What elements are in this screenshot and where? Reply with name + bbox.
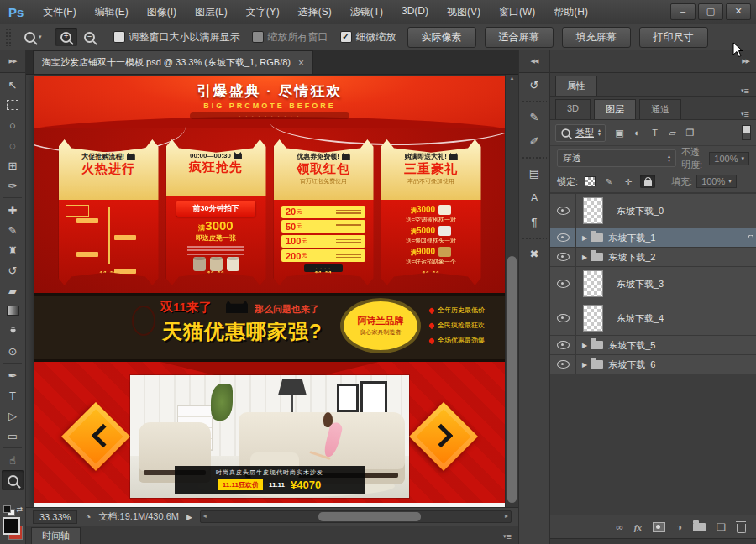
history-brush-tool[interactable]: ↺	[2, 260, 24, 280]
type-tool[interactable]: T	[2, 385, 24, 405]
option-checkbox-2[interactable]: ✓细微缩放	[340, 30, 396, 44]
opacity-field[interactable]: 100% ▾	[709, 152, 749, 165]
visibility-cell[interactable]	[550, 228, 576, 247]
coupon-strip[interactable]: 50元	[281, 220, 365, 233]
minimize-button[interactable]: –	[670, 3, 696, 20]
expand-arrow-icon[interactable]: ▶	[582, 234, 587, 242]
options-button-3[interactable]: 打印尺寸	[639, 27, 708, 48]
dock-collapse-icon[interactable]: ◀◀	[519, 50, 549, 73]
pen-tool[interactable]: ✒	[2, 365, 24, 385]
character-panel-icon[interactable]: A	[522, 186, 547, 209]
coupon-strip[interactable]: 200元	[281, 249, 365, 262]
tools-dock-collapse[interactable]: ▶▶	[0, 50, 25, 73]
coupon-card-3[interactable]: 购满即送大礼!三重豪礼本品不可叠加使用满3000送=空调被抱枕一对满5000送=…	[381, 139, 481, 285]
coupon-card-2[interactable]: 优惠券免费领!领取红包百万红包免费使用20元50元100元200元· · · ·…	[274, 139, 374, 285]
path-select-tool[interactable]: ▷	[2, 405, 24, 426]
eye-icon[interactable]	[557, 233, 570, 242]
layer-mask-icon[interactable]	[653, 522, 665, 532]
layer-style-icon[interactable]: fx	[634, 522, 642, 532]
timeline-tab[interactable]: 时间轴	[31, 527, 81, 544]
menu-item-8[interactable]: 视图(V)	[438, 5, 490, 19]
visibility-cell[interactable]	[550, 355, 576, 374]
option-checkbox-1[interactable]: 缩放所有窗口	[252, 30, 328, 44]
options-button-2[interactable]: 填充屏幕	[562, 27, 631, 48]
option-checkbox-0[interactable]: 调整窗口大小以满屏显示	[113, 30, 240, 44]
scroll-right-icon[interactable]: ▸	[505, 512, 508, 520]
panel-collapse-icon[interactable]: ▶▶	[550, 50, 756, 73]
history-panel-icon[interactable]: ↺	[522, 74, 547, 97]
vertical-scrollbar[interactable]: ▴	[505, 75, 518, 507]
lasso-tool[interactable]: ○	[2, 115, 24, 135]
menu-item-5[interactable]: 选择(S)	[289, 5, 341, 19]
blur-tool[interactable]: ♠	[2, 321, 24, 341]
lock-all-icon[interactable]	[640, 175, 655, 188]
options-button-0[interactable]: 实际像素	[407, 27, 476, 48]
link-layers-icon[interactable]: ∞	[616, 521, 623, 533]
pasteboard[interactable]: 引爆盛典 · 尽情狂欢 BIG PRCMOTE BEFORE · · · · ·…	[26, 75, 505, 507]
tab-图层[interactable]: 图层	[594, 99, 636, 119]
coupon-card-0[interactable]: 大促抢购流程!火热进行11.11	[59, 139, 159, 285]
flash-sale-button[interactable]: 前30分钟拍下	[176, 201, 255, 217]
fill-field[interactable]: 100% ▾	[696, 175, 737, 188]
eye-icon[interactable]	[557, 253, 570, 261]
brush-panel-icon[interactable]: ✎	[522, 106, 547, 128]
filter-type-icon[interactable]: T	[647, 125, 663, 140]
options-button-1[interactable]: 适合屏幕	[485, 27, 554, 48]
zoom-tool[interactable]	[2, 470, 24, 490]
filter-toggle-icon[interactable]	[742, 125, 751, 140]
eye-icon[interactable]	[557, 314, 570, 322]
status-popup-arrow-icon[interactable]: ▶	[186, 513, 192, 521]
lock-pixels-icon[interactable]: ✎	[601, 175, 617, 188]
new-layer-icon[interactable]: ❏	[717, 521, 726, 533]
quick-select-tool[interactable]: ◌	[2, 135, 24, 155]
lock-transparency-icon[interactable]	[582, 175, 597, 188]
expand-arrow-icon[interactable]: ▶	[582, 361, 587, 369]
foreground-color-swatch[interactable]	[3, 517, 20, 535]
coupon-card-1[interactable]: 00:00—00:30疯狂抢先前30分钟拍下满3000即送皮凳一张11.11	[166, 139, 266, 285]
expand-arrow-icon[interactable]: ▶	[582, 342, 587, 349]
menu-item-0[interactable]: 文件(F)	[34, 5, 85, 19]
zoom-tool-badge[interactable]: ▾	[18, 29, 48, 45]
layer-thumbnail[interactable]	[583, 305, 603, 332]
filter-smart-object-icon[interactable]: ❐	[682, 125, 698, 140]
adjustment-layer-icon[interactable]: ◑	[676, 521, 682, 533]
clone-source-panel-icon[interactable]: ▤	[522, 162, 547, 185]
vertical-scrollbar-thumb[interactable]	[507, 256, 517, 503]
zoom-level-field[interactable]: 33.33%	[33, 510, 77, 524]
menu-item-9[interactable]: 窗口(W)	[490, 5, 544, 19]
canvas-artwork[interactable]: 引爆盛典 · 尽情狂欢 BIG PRCMOTE BEFORE · · · · ·…	[34, 76, 505, 507]
visibility-cell[interactable]	[550, 267, 576, 301]
filter-adjustment-icon[interactable]: ◐	[629, 125, 645, 140]
brush-presets-panel-icon[interactable]: ✐	[522, 130, 547, 153]
lock-position-icon[interactable]: ✛	[621, 175, 636, 188]
menu-item-4[interactable]: 文字(Y)	[237, 5, 289, 19]
layer-row[interactable]: ▶东坡下载_5	[550, 336, 756, 355]
gradient-tool[interactable]	[2, 301, 24, 321]
paragraph-panel-icon[interactable]: ¶	[522, 211, 547, 233]
marquee-tool[interactable]	[2, 95, 24, 115]
tool-presets-panel-icon[interactable]: ✖	[522, 243, 547, 265]
tab-close-icon[interactable]: ×	[298, 57, 304, 69]
maximize-button[interactable]: ▢	[698, 3, 723, 20]
tab-properties[interactable]: 属性	[555, 76, 597, 96]
move-tool[interactable]: ↖	[2, 75, 24, 95]
close-button[interactable]: ✕	[726, 3, 751, 20]
eye-icon[interactable]	[557, 207, 570, 215]
menu-item-6[interactable]: 滤镜(T)	[341, 5, 392, 19]
filter-kind-combo[interactable]: 类型 ▴▾	[555, 124, 606, 142]
horizontal-scrollbar[interactable]: ◂ ▸	[200, 510, 512, 523]
layer-thumbnail[interactable]	[583, 197, 603, 224]
horizontal-scrollbar-thumb[interactable]	[318, 512, 421, 521]
layer-row[interactable]: 东坡下载_4	[550, 301, 756, 336]
menu-item-7[interactable]: 3D(D)	[392, 5, 438, 19]
eye-icon[interactable]	[557, 341, 570, 349]
dodge-tool[interactable]: ⊙	[2, 341, 24, 361]
clone-stamp-tool[interactable]: ♜	[2, 240, 24, 260]
zoom-in-button[interactable]: +	[55, 28, 77, 46]
layer-thumbnail[interactable]	[583, 270, 603, 297]
expand-arrow-icon[interactable]: ▶	[582, 254, 587, 261]
layer-row[interactable]: ▶东坡下载_1	[550, 228, 756, 248]
new-group-icon[interactable]	[693, 523, 706, 531]
hand-tool[interactable]: ☝	[2, 450, 24, 470]
delete-layer-icon[interactable]	[737, 521, 746, 533]
